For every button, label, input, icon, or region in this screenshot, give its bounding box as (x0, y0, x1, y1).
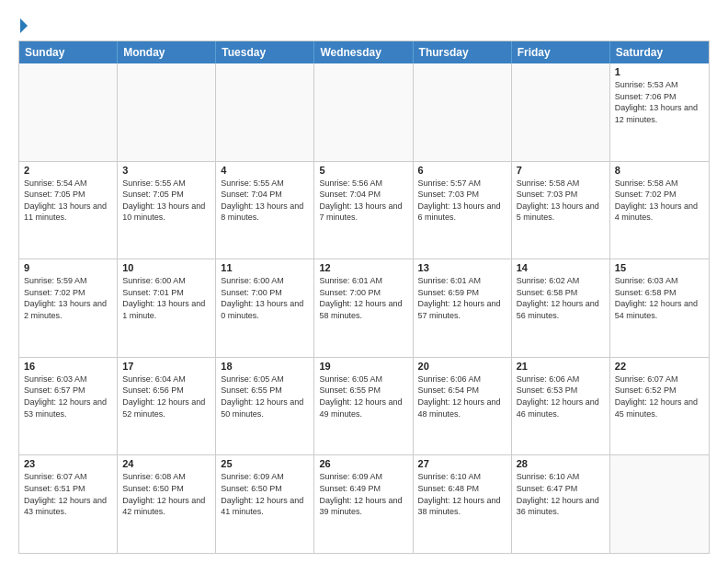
day-number: 28 (517, 458, 605, 469)
day-number: 5 (319, 165, 407, 176)
logo-icon (20, 18, 28, 33)
calendar-cell (610, 455, 709, 553)
header-day-friday: Friday (512, 41, 610, 63)
day-number: 3 (122, 165, 210, 176)
cell-info: Sunrise: 5:57 AMSunset: 7:03 PMDaylight:… (418, 178, 506, 224)
calendar-cell: 19Sunrise: 6:05 AMSunset: 6:55 PMDayligh… (314, 358, 413, 455)
calendar-cell: 6Sunrise: 5:57 AMSunset: 7:03 PMDaylight… (414, 162, 512, 259)
calendar-body: 1Sunrise: 5:53 AMSunset: 7:06 PMDaylight… (19, 63, 709, 553)
header-day-thursday: Thursday (414, 41, 512, 63)
cell-info: Sunrise: 6:06 AMSunset: 6:53 PMDaylight:… (517, 373, 605, 419)
calendar-cell: 25Sunrise: 6:09 AMSunset: 6:50 PMDayligh… (216, 455, 314, 553)
day-number: 9 (24, 262, 112, 273)
calendar-cell: 10Sunrise: 6:00 AMSunset: 7:01 PMDayligh… (118, 259, 216, 357)
day-number: 19 (319, 361, 407, 372)
cell-info: Sunrise: 6:09 AMSunset: 6:49 PMDaylight:… (319, 471, 407, 517)
calendar-cell: 15Sunrise: 6:03 AMSunset: 6:58 PMDayligh… (610, 259, 709, 357)
day-number: 2 (24, 165, 112, 176)
calendar-cell: 12Sunrise: 6:01 AMSunset: 7:00 PMDayligh… (314, 259, 413, 357)
calendar-row-1: 2Sunrise: 5:54 AMSunset: 7:05 PMDaylight… (19, 161, 709, 259)
calendar-cell: 1Sunrise: 5:53 AMSunset: 7:06 PMDaylight… (610, 63, 709, 161)
calendar-cell: 27Sunrise: 6:10 AMSunset: 6:48 PMDayligh… (414, 455, 512, 553)
day-number: 10 (122, 262, 210, 273)
cell-info: Sunrise: 6:00 AMSunset: 7:01 PMDaylight:… (122, 275, 210, 321)
calendar-header: SundayMondayTuesdayWednesdayThursdayFrid… (19, 41, 709, 63)
cell-info: Sunrise: 6:02 AMSunset: 6:58 PMDaylight:… (517, 275, 605, 321)
day-number: 25 (221, 458, 309, 469)
day-number: 17 (122, 361, 210, 372)
day-number: 18 (221, 361, 309, 372)
day-number: 24 (122, 458, 210, 469)
day-number: 8 (615, 165, 704, 176)
calendar-cell: 26Sunrise: 6:09 AMSunset: 6:49 PMDayligh… (314, 455, 413, 553)
day-number: 14 (517, 262, 605, 273)
header-day-monday: Monday (118, 41, 216, 63)
calendar-cell: 18Sunrise: 6:05 AMSunset: 6:55 PMDayligh… (216, 358, 314, 455)
calendar-cell: 8Sunrise: 5:58 AMSunset: 7:02 PMDaylight… (610, 162, 709, 259)
calendar-cell (216, 63, 314, 161)
calendar-cell: 24Sunrise: 6:08 AMSunset: 6:50 PMDayligh… (118, 455, 216, 553)
calendar-cell: 28Sunrise: 6:10 AMSunset: 6:47 PMDayligh… (512, 455, 610, 553)
cell-info: Sunrise: 6:01 AMSunset: 6:59 PMDaylight:… (418, 275, 506, 321)
cell-info: Sunrise: 5:59 AMSunset: 7:02 PMDaylight:… (24, 275, 112, 321)
cell-info: Sunrise: 5:55 AMSunset: 7:05 PMDaylight:… (122, 178, 210, 224)
day-number: 12 (319, 262, 407, 273)
cell-info: Sunrise: 5:56 AMSunset: 7:04 PMDaylight:… (319, 178, 407, 224)
cell-info: Sunrise: 6:09 AMSunset: 6:50 PMDaylight:… (221, 471, 309, 517)
calendar-cell: 11Sunrise: 6:00 AMSunset: 7:00 PMDayligh… (216, 259, 314, 357)
calendar-cell: 2Sunrise: 5:54 AMSunset: 7:05 PMDaylight… (19, 162, 118, 259)
calendar-cell: 17Sunrise: 6:04 AMSunset: 6:56 PMDayligh… (118, 358, 216, 455)
cell-info: Sunrise: 5:58 AMSunset: 7:02 PMDaylight:… (615, 178, 704, 224)
day-number: 21 (517, 361, 605, 372)
calendar-cell (19, 63, 118, 161)
calendar-cell: 9Sunrise: 5:59 AMSunset: 7:02 PMDaylight… (19, 259, 118, 357)
cell-info: Sunrise: 6:05 AMSunset: 6:55 PMDaylight:… (221, 373, 309, 419)
calendar-row-3: 16Sunrise: 6:03 AMSunset: 6:57 PMDayligh… (19, 357, 709, 455)
calendar-cell: 13Sunrise: 6:01 AMSunset: 6:59 PMDayligh… (414, 259, 512, 357)
calendar-cell (118, 63, 216, 161)
day-number: 11 (221, 262, 309, 273)
cell-info: Sunrise: 6:07 AMSunset: 6:52 PMDaylight:… (615, 373, 704, 419)
day-number: 26 (319, 458, 407, 469)
header (18, 15, 710, 33)
cell-info: Sunrise: 5:55 AMSunset: 7:04 PMDaylight:… (221, 178, 309, 224)
calendar-cell (314, 63, 413, 161)
calendar-cell: 7Sunrise: 5:58 AMSunset: 7:03 PMDaylight… (512, 162, 610, 259)
cell-info: Sunrise: 6:05 AMSunset: 6:55 PMDaylight:… (319, 373, 407, 419)
calendar-cell (512, 63, 610, 161)
cell-info: Sunrise: 6:03 AMSunset: 6:58 PMDaylight:… (615, 275, 704, 321)
day-number: 1 (615, 66, 704, 77)
day-number: 27 (418, 458, 506, 469)
calendar-cell: 20Sunrise: 6:06 AMSunset: 6:54 PMDayligh… (414, 358, 512, 455)
calendar-cell: 21Sunrise: 6:06 AMSunset: 6:53 PMDayligh… (512, 358, 610, 455)
calendar-cell (414, 63, 512, 161)
day-number: 6 (418, 165, 506, 176)
calendar-cell: 4Sunrise: 5:55 AMSunset: 7:04 PMDaylight… (216, 162, 314, 259)
day-number: 16 (24, 361, 112, 372)
calendar-cell: 23Sunrise: 6:07 AMSunset: 6:51 PMDayligh… (19, 455, 118, 553)
calendar-cell: 16Sunrise: 6:03 AMSunset: 6:57 PMDayligh… (19, 358, 118, 455)
day-number: 13 (418, 262, 506, 273)
day-number: 7 (517, 165, 605, 176)
page: SundayMondayTuesdayWednesdayThursdayFrid… (0, 0, 728, 563)
cell-info: Sunrise: 5:53 AMSunset: 7:06 PMDaylight:… (615, 79, 704, 125)
cell-info: Sunrise: 6:00 AMSunset: 7:00 PMDaylight:… (221, 275, 309, 321)
day-number: 22 (615, 361, 704, 372)
day-number: 23 (24, 458, 112, 469)
cell-info: Sunrise: 6:10 AMSunset: 6:47 PMDaylight:… (517, 471, 605, 517)
cell-info: Sunrise: 6:03 AMSunset: 6:57 PMDaylight:… (24, 373, 112, 419)
calendar-row-2: 9Sunrise: 5:59 AMSunset: 7:02 PMDaylight… (19, 259, 709, 357)
day-number: 15 (615, 262, 704, 273)
calendar-cell: 14Sunrise: 6:02 AMSunset: 6:58 PMDayligh… (512, 259, 610, 357)
cell-info: Sunrise: 5:58 AMSunset: 7:03 PMDaylight:… (517, 178, 605, 224)
logo (18, 18, 28, 33)
cell-info: Sunrise: 6:08 AMSunset: 6:50 PMDaylight:… (122, 471, 210, 517)
cell-info: Sunrise: 6:10 AMSunset: 6:48 PMDaylight:… (418, 471, 506, 517)
day-number: 20 (418, 361, 506, 372)
cell-info: Sunrise: 6:01 AMSunset: 7:00 PMDaylight:… (319, 275, 407, 321)
day-number: 4 (221, 165, 309, 176)
calendar-row-0: 1Sunrise: 5:53 AMSunset: 7:06 PMDaylight… (19, 63, 709, 161)
cell-info: Sunrise: 6:06 AMSunset: 6:54 PMDaylight:… (418, 373, 506, 419)
calendar-cell: 3Sunrise: 5:55 AMSunset: 7:05 PMDaylight… (118, 162, 216, 259)
calendar: SundayMondayTuesdayWednesdayThursdayFrid… (18, 40, 710, 554)
